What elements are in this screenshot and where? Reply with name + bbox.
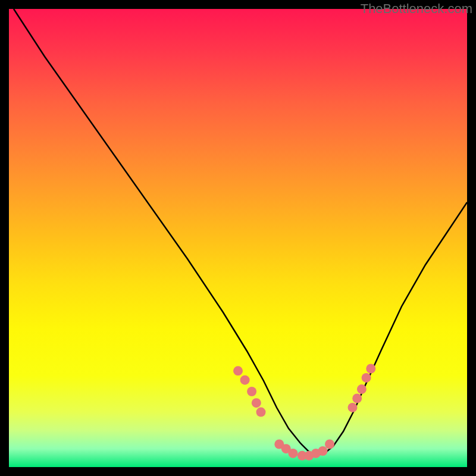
chart-container: TheBottleneck.com xyxy=(0,0,476,476)
curve-marker xyxy=(325,440,334,449)
curve-marker xyxy=(352,394,362,403)
curve-marker xyxy=(256,408,266,417)
plot-area xyxy=(9,9,467,467)
curve-marker xyxy=(366,364,375,374)
bottleneck-curve-svg xyxy=(9,9,467,467)
curve-marker xyxy=(348,403,358,412)
curve-marker xyxy=(288,449,298,458)
curve-marker xyxy=(357,384,367,394)
curve-marker xyxy=(318,446,328,456)
curve-marker xyxy=(247,387,256,396)
watermark-text: TheBottleneck.com xyxy=(361,1,472,17)
bottleneck-curve-path xyxy=(14,9,467,455)
marker-group xyxy=(233,364,375,461)
curve-marker xyxy=(233,366,243,375)
curve-marker xyxy=(240,375,250,385)
curve-marker xyxy=(252,398,261,408)
curve-marker xyxy=(362,373,371,383)
